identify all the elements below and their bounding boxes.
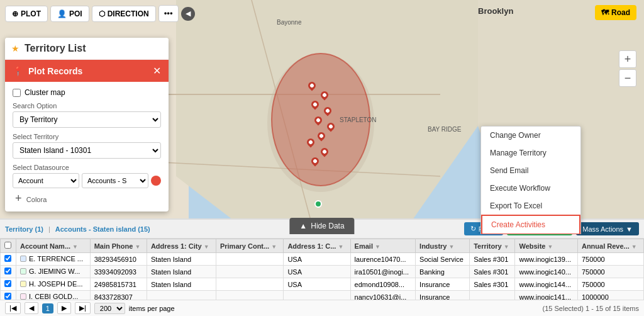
search-option-select[interactable]: By Territory: [13, 111, 161, 128]
green-marker: [314, 200, 322, 208]
datasource-select1[interactable]: Account: [13, 173, 79, 188]
row-checkbox[interactable]: [4, 268, 11, 274]
items-label: items per page: [129, 305, 175, 312]
row-color-icon: [20, 281, 26, 287]
col-territory[interactable]: Territory ▼: [470, 239, 515, 253]
grid-table-wrapper: Account Nam... ▼ Main Phone ▼ Address 1:…: [0, 239, 644, 300]
plot-records-header: 📍 Plot Records ✕: [5, 60, 169, 82]
zoom-in-button[interactable]: +: [619, 50, 636, 68]
select-territory-select[interactable]: Staten Island - 10301: [13, 142, 161, 159]
row-email: nancy10631@i...: [350, 291, 415, 300]
row-revenue: 1000000: [577, 291, 643, 300]
plot-button[interactable]: ⊕ PLOT: [5, 6, 48, 22]
col-website[interactable]: Website ▼: [515, 239, 577, 253]
context-send-email[interactable]: Send Email: [481, 162, 580, 179]
zoom-controls: + −: [619, 50, 636, 87]
row-email: laurence10470...: [350, 253, 415, 266]
row-phone: 38293456910: [90, 253, 147, 266]
collapse-button[interactable]: ◀: [181, 7, 195, 21]
direction-icon: ⬡: [99, 9, 105, 18]
row-website: www.inogic140...: [515, 266, 577, 278]
row-contact: [216, 253, 283, 266]
context-execute-workflow[interactable]: Execute Workflow: [481, 179, 580, 197]
row-revenue: 750000: [577, 253, 643, 266]
select-all-checkbox[interactable]: [4, 242, 11, 249]
row-checkbox[interactable]: [4, 293, 11, 300]
row-addr: USA: [284, 253, 350, 266]
row-website: www.inogic144...: [515, 278, 577, 291]
row-phone: 24985815731: [90, 278, 147, 291]
context-change-owner[interactable]: Change Owner: [481, 127, 580, 144]
territory-tab[interactable]: Territory (1): [5, 225, 43, 233]
hide-data-bar[interactable]: ▲ Hide Data: [289, 218, 354, 234]
add-datasource-button[interactable]: +: [13, 192, 25, 205]
road-icon: 🗺: [601, 8, 609, 17]
table-row: E. TERRENCE ... 38293456910 Staten Islan…: [1, 253, 644, 266]
col-account-name[interactable]: Account Nam... ▼: [16, 239, 90, 253]
plot-records-title: Plot Records: [28, 66, 82, 76]
select-datasource-label: Select Datasource: [13, 164, 161, 171]
context-manage-territory[interactable]: Manage Territory: [481, 144, 580, 162]
items-per-page-select[interactable]: 200: [94, 303, 125, 314]
col-address-c[interactable]: Address 1: C... ▼: [284, 239, 350, 253]
row-phone: 33934092093: [90, 266, 147, 278]
row-contact: [216, 278, 283, 291]
row-territory: Sales #301: [470, 266, 515, 278]
direction-button[interactable]: ⬡ DIRECTION: [92, 6, 156, 22]
datasource-select2[interactable]: Accounts - S: [82, 173, 148, 188]
current-page: 1: [42, 303, 53, 313]
territory-list-header: ★ Territory List: [5, 38, 169, 60]
row-account-name: I. CEBI GOLD...: [29, 293, 78, 300]
page-controls: |◀ ◀ 1 ▶ ▶| 200 items per page (15 Selec…: [0, 300, 644, 316]
star-icon: ★: [11, 43, 19, 54]
row-account-name: E. TERRENCE ...: [29, 255, 83, 262]
context-menu: Change Owner Manage Territory Send Email…: [480, 126, 581, 234]
row-email: ira10501@inogi...: [350, 266, 415, 278]
plot-label: PLOT: [21, 9, 41, 18]
cluster-map-checkbox[interactable]: [13, 89, 21, 97]
chevron-up-icon: ▲: [299, 222, 307, 230]
row-website: www.inogic141...: [515, 291, 577, 300]
mass-actions-button[interactable]: Mass Actions ▼: [576, 222, 639, 235]
first-page-button[interactable]: |◀: [5, 302, 21, 314]
col-industry[interactable]: Industry ▼: [416, 239, 470, 253]
row-city: [147, 291, 216, 300]
row-email: edmond10908...: [350, 278, 415, 291]
poi-icon: 👤: [57, 9, 67, 18]
close-button[interactable]: ✕: [153, 65, 161, 77]
zoom-out-button[interactable]: −: [619, 69, 636, 87]
poi-button[interactable]: 👤 POI: [50, 6, 89, 22]
row-industry: Social Service: [416, 253, 470, 266]
row-city: Staten Island: [147, 266, 216, 278]
road-button[interactable]: 🗺 Road: [595, 5, 636, 20]
row-account-name: G. JIEMING W...: [29, 268, 80, 275]
hide-data-label: Hide Data: [311, 222, 344, 230]
row-checkbox[interactable]: [4, 280, 11, 287]
context-create-activities[interactable]: Create Activities: [481, 215, 580, 234]
row-contact: [216, 291, 283, 300]
row-industry: Banking: [416, 266, 470, 278]
row-city: Staten Island: [147, 253, 216, 266]
search-option-label: Search Option: [13, 102, 161, 110]
accounts-tab[interactable]: Accounts - Staten island (15): [55, 225, 150, 233]
row-checkbox[interactable]: [4, 255, 11, 262]
col-revenue[interactable]: Annual Reve... ▼: [577, 239, 643, 253]
row-phone: 8433728307: [90, 291, 147, 300]
row-revenue: 750000: [577, 278, 643, 291]
col-address-city[interactable]: Address 1: City ▼: [147, 239, 216, 253]
col-main-phone[interactable]: Main Phone ▼: [90, 239, 147, 253]
left-panel: ★ Territory List 📍 Plot Records ✕ Cluste…: [5, 38, 169, 212]
last-page-button[interactable]: ▶|: [75, 302, 91, 314]
col-checkbox[interactable]: [1, 239, 16, 253]
page-info: (15 Selected) 1 - 15 of 15 items: [543, 305, 639, 312]
next-page-button[interactable]: ▶: [57, 302, 71, 314]
panel-body: Cluster map Search Option By Territory S…: [5, 82, 169, 212]
row-industry: Insurance: [416, 278, 470, 291]
prev-page-button[interactable]: ◀: [25, 302, 38, 314]
col-email[interactable]: Email ▼: [350, 239, 415, 253]
context-export-excel[interactable]: Export To Excel: [481, 197, 580, 215]
cluster-map-label: Cluster map: [25, 88, 65, 97]
more-button[interactable]: •••: [158, 5, 179, 22]
col-primary-contact[interactable]: Primary Cont... ▼: [216, 239, 283, 253]
map-toolbar: ⊕ PLOT 👤 POI ⬡ DIRECTION ••• ◀: [5, 5, 195, 22]
